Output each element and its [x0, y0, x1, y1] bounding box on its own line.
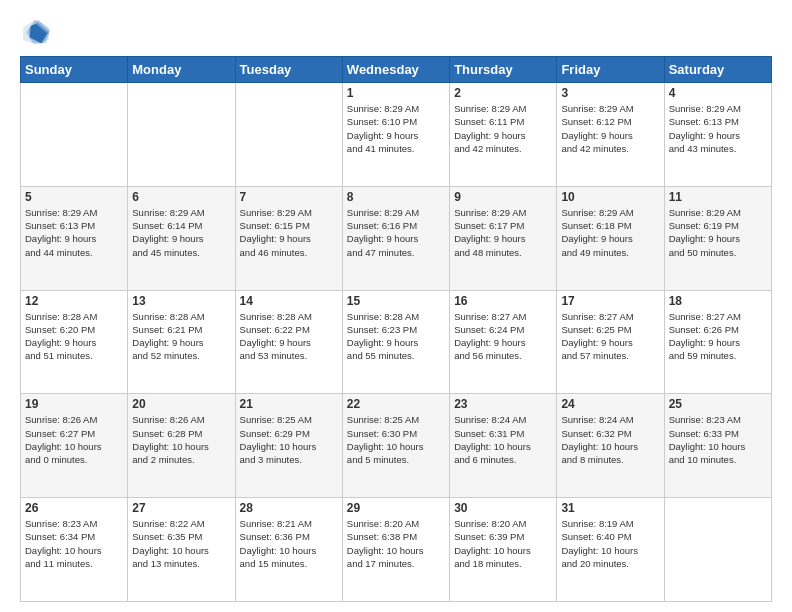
day-number: 19 [25, 397, 123, 411]
day-number: 9 [454, 190, 552, 204]
calendar-day-cell: 26Sunrise: 8:23 AM Sunset: 6:34 PM Dayli… [21, 498, 128, 602]
calendar-day-cell [235, 83, 342, 187]
calendar-day-cell: 15Sunrise: 8:28 AM Sunset: 6:23 PM Dayli… [342, 290, 449, 394]
calendar-header-cell: Tuesday [235, 57, 342, 83]
calendar-day-cell: 9Sunrise: 8:29 AM Sunset: 6:17 PM Daylig… [450, 186, 557, 290]
calendar-day-cell: 31Sunrise: 8:19 AM Sunset: 6:40 PM Dayli… [557, 498, 664, 602]
day-number: 24 [561, 397, 659, 411]
day-number: 7 [240, 190, 338, 204]
calendar-day-cell: 1Sunrise: 8:29 AM Sunset: 6:10 PM Daylig… [342, 83, 449, 187]
calendar-week-row: 12Sunrise: 8:28 AM Sunset: 6:20 PM Dayli… [21, 290, 772, 394]
day-info: Sunrise: 8:28 AM Sunset: 6:22 PM Dayligh… [240, 310, 338, 363]
calendar-week-row: 5Sunrise: 8:29 AM Sunset: 6:13 PM Daylig… [21, 186, 772, 290]
calendar-day-cell: 20Sunrise: 8:26 AM Sunset: 6:28 PM Dayli… [128, 394, 235, 498]
calendar-header-cell: Wednesday [342, 57, 449, 83]
page: SundayMondayTuesdayWednesdayThursdayFrid… [0, 0, 792, 612]
day-info: Sunrise: 8:29 AM Sunset: 6:14 PM Dayligh… [132, 206, 230, 259]
day-info: Sunrise: 8:27 AM Sunset: 6:25 PM Dayligh… [561, 310, 659, 363]
day-info: Sunrise: 8:19 AM Sunset: 6:40 PM Dayligh… [561, 517, 659, 570]
calendar-table: SundayMondayTuesdayWednesdayThursdayFrid… [20, 56, 772, 602]
day-number: 10 [561, 190, 659, 204]
calendar-day-cell: 4Sunrise: 8:29 AM Sunset: 6:13 PM Daylig… [664, 83, 771, 187]
calendar-day-cell: 19Sunrise: 8:26 AM Sunset: 6:27 PM Dayli… [21, 394, 128, 498]
day-number: 5 [25, 190, 123, 204]
day-number: 13 [132, 294, 230, 308]
calendar-day-cell: 30Sunrise: 8:20 AM Sunset: 6:39 PM Dayli… [450, 498, 557, 602]
calendar-header-cell: Monday [128, 57, 235, 83]
day-info: Sunrise: 8:25 AM Sunset: 6:29 PM Dayligh… [240, 413, 338, 466]
day-info: Sunrise: 8:28 AM Sunset: 6:21 PM Dayligh… [132, 310, 230, 363]
day-number: 8 [347, 190, 445, 204]
day-number: 21 [240, 397, 338, 411]
calendar-header-row: SundayMondayTuesdayWednesdayThursdayFrid… [21, 57, 772, 83]
calendar-day-cell: 7Sunrise: 8:29 AM Sunset: 6:15 PM Daylig… [235, 186, 342, 290]
day-info: Sunrise: 8:29 AM Sunset: 6:12 PM Dayligh… [561, 102, 659, 155]
day-number: 17 [561, 294, 659, 308]
day-info: Sunrise: 8:29 AM Sunset: 6:13 PM Dayligh… [669, 102, 767, 155]
day-info: Sunrise: 8:26 AM Sunset: 6:28 PM Dayligh… [132, 413, 230, 466]
day-info: Sunrise: 8:20 AM Sunset: 6:38 PM Dayligh… [347, 517, 445, 570]
day-number: 26 [25, 501, 123, 515]
calendar-day-cell: 2Sunrise: 8:29 AM Sunset: 6:11 PM Daylig… [450, 83, 557, 187]
day-info: Sunrise: 8:23 AM Sunset: 6:34 PM Dayligh… [25, 517, 123, 570]
day-info: Sunrise: 8:29 AM Sunset: 6:13 PM Dayligh… [25, 206, 123, 259]
day-info: Sunrise: 8:21 AM Sunset: 6:36 PM Dayligh… [240, 517, 338, 570]
day-number: 27 [132, 501, 230, 515]
calendar-day-cell: 12Sunrise: 8:28 AM Sunset: 6:20 PM Dayli… [21, 290, 128, 394]
day-number: 23 [454, 397, 552, 411]
day-number: 4 [669, 86, 767, 100]
day-info: Sunrise: 8:29 AM Sunset: 6:19 PM Dayligh… [669, 206, 767, 259]
day-info: Sunrise: 8:26 AM Sunset: 6:27 PM Dayligh… [25, 413, 123, 466]
day-info: Sunrise: 8:29 AM Sunset: 6:15 PM Dayligh… [240, 206, 338, 259]
calendar-day-cell: 13Sunrise: 8:28 AM Sunset: 6:21 PM Dayli… [128, 290, 235, 394]
calendar-day-cell: 18Sunrise: 8:27 AM Sunset: 6:26 PM Dayli… [664, 290, 771, 394]
day-number: 31 [561, 501, 659, 515]
day-number: 28 [240, 501, 338, 515]
day-number: 11 [669, 190, 767, 204]
calendar-header-cell: Friday [557, 57, 664, 83]
day-info: Sunrise: 8:28 AM Sunset: 6:20 PM Dayligh… [25, 310, 123, 363]
day-info: Sunrise: 8:24 AM Sunset: 6:32 PM Dayligh… [561, 413, 659, 466]
day-info: Sunrise: 8:27 AM Sunset: 6:24 PM Dayligh… [454, 310, 552, 363]
calendar-day-cell: 3Sunrise: 8:29 AM Sunset: 6:12 PM Daylig… [557, 83, 664, 187]
day-info: Sunrise: 8:27 AM Sunset: 6:26 PM Dayligh… [669, 310, 767, 363]
calendar-day-cell [664, 498, 771, 602]
day-info: Sunrise: 8:29 AM Sunset: 6:17 PM Dayligh… [454, 206, 552, 259]
day-number: 22 [347, 397, 445, 411]
day-number: 20 [132, 397, 230, 411]
day-number: 16 [454, 294, 552, 308]
calendar-header-cell: Thursday [450, 57, 557, 83]
calendar-day-cell: 21Sunrise: 8:25 AM Sunset: 6:29 PM Dayli… [235, 394, 342, 498]
day-number: 25 [669, 397, 767, 411]
calendar-day-cell: 6Sunrise: 8:29 AM Sunset: 6:14 PM Daylig… [128, 186, 235, 290]
calendar-day-cell [21, 83, 128, 187]
logo-icon [20, 16, 52, 48]
day-number: 14 [240, 294, 338, 308]
day-info: Sunrise: 8:29 AM Sunset: 6:16 PM Dayligh… [347, 206, 445, 259]
calendar-day-cell: 11Sunrise: 8:29 AM Sunset: 6:19 PM Dayli… [664, 186, 771, 290]
day-number: 1 [347, 86, 445, 100]
calendar-header-cell: Sunday [21, 57, 128, 83]
calendar-day-cell: 25Sunrise: 8:23 AM Sunset: 6:33 PM Dayli… [664, 394, 771, 498]
day-info: Sunrise: 8:29 AM Sunset: 6:11 PM Dayligh… [454, 102, 552, 155]
calendar-day-cell: 17Sunrise: 8:27 AM Sunset: 6:25 PM Dayli… [557, 290, 664, 394]
day-info: Sunrise: 8:24 AM Sunset: 6:31 PM Dayligh… [454, 413, 552, 466]
calendar-day-cell: 27Sunrise: 8:22 AM Sunset: 6:35 PM Dayli… [128, 498, 235, 602]
day-number: 30 [454, 501, 552, 515]
day-number: 3 [561, 86, 659, 100]
day-info: Sunrise: 8:25 AM Sunset: 6:30 PM Dayligh… [347, 413, 445, 466]
day-number: 18 [669, 294, 767, 308]
day-info: Sunrise: 8:29 AM Sunset: 6:18 PM Dayligh… [561, 206, 659, 259]
day-number: 29 [347, 501, 445, 515]
day-info: Sunrise: 8:22 AM Sunset: 6:35 PM Dayligh… [132, 517, 230, 570]
calendar-week-row: 26Sunrise: 8:23 AM Sunset: 6:34 PM Dayli… [21, 498, 772, 602]
header [20, 16, 772, 48]
logo [20, 16, 56, 48]
calendar-day-cell: 10Sunrise: 8:29 AM Sunset: 6:18 PM Dayli… [557, 186, 664, 290]
day-number: 2 [454, 86, 552, 100]
calendar-day-cell: 22Sunrise: 8:25 AM Sunset: 6:30 PM Dayli… [342, 394, 449, 498]
calendar-day-cell: 28Sunrise: 8:21 AM Sunset: 6:36 PM Dayli… [235, 498, 342, 602]
day-number: 15 [347, 294, 445, 308]
calendar-day-cell: 14Sunrise: 8:28 AM Sunset: 6:22 PM Dayli… [235, 290, 342, 394]
calendar-day-cell [128, 83, 235, 187]
